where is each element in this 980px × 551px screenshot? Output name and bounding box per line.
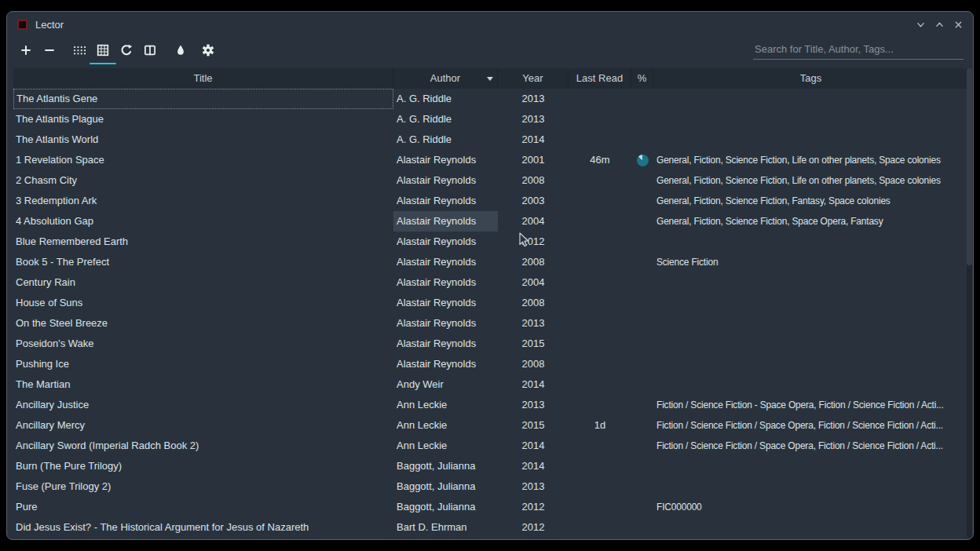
cell-tags[interactable] [653, 476, 968, 497]
table-row[interactable]: Pushing IceAlastair Reynolds2008 [13, 354, 968, 374]
cell-title[interactable]: The Atlantis Gene [13, 89, 393, 109]
cell-author[interactable]: Ann Leckie [393, 395, 498, 415]
column-header-last-read[interactable]: Last Read [569, 68, 631, 89]
cell-progress[interactable] [631, 456, 653, 476]
cell-progress[interactable] [631, 436, 653, 456]
cell-tags[interactable]: Science Fiction [653, 252, 968, 272]
cell-progress[interactable] [631, 354, 653, 374]
cell-last-read[interactable] [569, 293, 631, 313]
cell-last-read[interactable]: 46m [569, 150, 631, 170]
cell-progress[interactable] [631, 395, 653, 415]
minimize-button[interactable] [914, 18, 927, 31]
cell-title[interactable]: Burn (The Pure Trilogy) [13, 456, 393, 476]
cell-year[interactable]: 2013 [498, 395, 569, 415]
table-row[interactable]: PureBaggott, Julianna2012FIC000000 [13, 497, 968, 517]
cell-progress[interactable] [631, 313, 653, 334]
cell-progress[interactable] [631, 109, 653, 130]
cell-year[interactable]: 2008 [498, 252, 569, 272]
cell-last-read[interactable] [569, 517, 631, 537]
theme-button[interactable] [171, 41, 190, 60]
cell-title[interactable]: Blue Remembered Earth [13, 232, 393, 252]
cell-author[interactable]: Alastair Reynolds [393, 334, 498, 354]
maximize-button[interactable] [933, 18, 946, 31]
cell-progress[interactable] [631, 150, 653, 170]
cell-last-read[interactable] [569, 232, 631, 252]
table-row[interactable]: The Atlantis WorldA. G. Riddle2014 [13, 130, 968, 150]
cell-year[interactable]: 2004 [498, 272, 569, 293]
cell-title[interactable]: Book 5 - The Prefect [13, 252, 393, 272]
cell-progress[interactable] [631, 497, 653, 517]
cell-author[interactable]: Ann Leckie [393, 436, 498, 456]
cell-last-read[interactable] [569, 89, 631, 109]
table-row[interactable]: The Atlantis PlagueA. G. Riddle2013 [13, 109, 968, 130]
cell-title[interactable]: 4 Absolution Gap [13, 211, 393, 232]
cell-year[interactable]: 2014 [498, 436, 569, 456]
table-row[interactable]: Fuse (Pure Trilogy 2)Baggott, Julianna20… [13, 476, 968, 497]
table-row[interactable]: Did Jesus Exist? - The Historical Argume… [13, 517, 968, 537]
cell-last-read[interactable] [569, 211, 631, 232]
cell-last-read[interactable] [569, 272, 631, 293]
cell-author[interactable]: Alastair Reynolds [393, 211, 498, 232]
settings-button[interactable] [199, 41, 218, 60]
cell-tags[interactable] [653, 130, 968, 150]
cell-year[interactable]: 2014 [498, 374, 569, 395]
cell-year[interactable]: 2013 [498, 89, 569, 109]
cell-author[interactable]: Alastair Reynolds [393, 313, 498, 334]
cell-year[interactable]: 2008 [498, 293, 569, 313]
cell-tags[interactable] [653, 232, 968, 252]
cell-title[interactable]: On the Steel Breeze [13, 313, 393, 334]
cell-progress[interactable] [631, 170, 653, 191]
cell-year[interactable]: 2013 [498, 313, 569, 334]
cell-last-read[interactable] [569, 456, 631, 476]
table-row[interactable]: Ancillary Sword (Imperial Radch Book 2)A… [13, 436, 968, 456]
column-header-author[interactable]: Author [393, 68, 498, 89]
cell-author[interactable]: Andy Weir [393, 374, 498, 395]
cell-title[interactable]: 3 Redemption Ark [13, 191, 393, 211]
cell-title[interactable]: Ancillary Justice [13, 395, 393, 415]
cell-year[interactable]: 2003 [498, 191, 569, 211]
cell-tags[interactable]: Fiction / Science Fiction / Space Opera,… [653, 436, 968, 456]
cell-title[interactable]: Ancillary Mercy [13, 415, 393, 436]
cell-title[interactable]: Century Rain [13, 272, 393, 293]
cell-tags[interactable]: General, Fiction, Science Fiction, Space… [653, 211, 968, 232]
cell-tags[interactable] [653, 313, 968, 334]
search-input[interactable] [753, 41, 964, 60]
cell-last-read[interactable] [569, 374, 631, 395]
refresh-library-button[interactable] [117, 41, 136, 60]
cell-year[interactable]: 2008 [498, 354, 569, 374]
cell-title[interactable]: House of Suns [13, 293, 393, 313]
cell-progress[interactable] [631, 130, 653, 150]
cell-year[interactable]: 2008 [498, 170, 569, 191]
cell-author[interactable]: Alastair Reynolds [393, 232, 498, 252]
table-view-button[interactable] [93, 41, 112, 60]
table-row[interactable]: Poseidon's WakeAlastair Reynolds2015 [13, 334, 968, 354]
cell-tags[interactable] [653, 272, 968, 293]
cell-tags[interactable]: FIC000000 [653, 497, 968, 517]
cell-last-read[interactable] [569, 130, 631, 150]
table-row[interactable]: The MartianAndy Weir2014 [13, 374, 968, 395]
cell-last-read[interactable] [569, 334, 631, 354]
cell-last-read[interactable] [569, 191, 631, 211]
delete-book-button[interactable] [40, 41, 59, 60]
table-row[interactable]: House of SunsAlastair Reynolds2008 [13, 293, 968, 313]
table-row[interactable]: 1 Revelation SpaceAlastair Reynolds20014… [13, 150, 968, 170]
column-header-title[interactable]: Title [13, 68, 393, 89]
table-row[interactable]: 3 Redemption ArkAlastair Reynolds2003Gen… [13, 191, 968, 211]
cell-title[interactable]: The Martian [13, 374, 393, 395]
cell-year[interactable]: 2001 [498, 150, 569, 170]
table-row[interactable]: Book 5 - The PrefectAlastair Reynolds200… [13, 252, 968, 272]
cell-progress[interactable] [631, 272, 653, 293]
cell-year[interactable]: 2012 [498, 517, 569, 537]
cell-tags[interactable] [653, 109, 968, 130]
cell-title[interactable]: The Atlantis World [13, 130, 393, 150]
cell-tags[interactable]: Fiction / Science Fiction - Space Opera,… [653, 395, 968, 415]
cell-tags[interactable] [653, 334, 968, 354]
column-header-percent[interactable]: % [631, 68, 653, 89]
cover-view-button[interactable] [70, 41, 89, 60]
cell-year[interactable]: 2015 [498, 334, 569, 354]
titlebar[interactable]: Lector [7, 12, 973, 37]
cell-tags[interactable]: Fiction / Science Fiction / Space Opera,… [653, 415, 968, 436]
cell-year[interactable]: 2014 [498, 456, 569, 476]
cell-last-read[interactable] [569, 313, 631, 334]
table-row[interactable]: Blue Remembered EarthAlastair Reynolds20… [13, 232, 968, 252]
